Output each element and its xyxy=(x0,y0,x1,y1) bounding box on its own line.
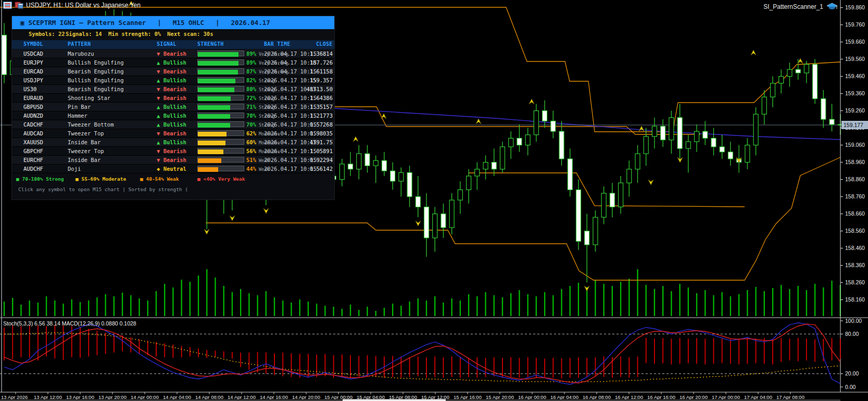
cell-symbol[interactable]: AUDCAD xyxy=(23,130,43,136)
scanner-row-GBPUSD[interactable]: GBPUSDPin Bar▲ Bullish71%Strong2026.04.1… xyxy=(12,103,334,111)
cell-symbol[interactable]: US30 xyxy=(23,86,36,92)
cell-signal: ▲ Bullish xyxy=(157,121,186,128)
legend-item-1: ■ 55-69% Moderate xyxy=(76,176,126,182)
cell-close: 0.92294 xyxy=(272,157,333,163)
cell-symbol[interactable]: AUDCHF xyxy=(23,166,43,172)
stat-signals: Signals: 14 xyxy=(66,31,102,37)
cell-signal: ▼ Bearish xyxy=(157,95,186,101)
sub-axis-tick: 80.00 xyxy=(845,331,859,337)
col-strength: STRENGTH xyxy=(197,41,224,47)
cell-symbol[interactable]: USDCAD xyxy=(23,51,43,57)
stat-min-strength: Min strength: 0% xyxy=(108,31,161,37)
col-close: CLOSE xyxy=(316,41,333,47)
cell-signal: ▲ Bullish xyxy=(157,112,186,119)
panel-timeframe: M15 OHLC xyxy=(173,19,204,27)
cell-symbol[interactable]: EURCAD xyxy=(23,68,43,74)
cell-symbol[interactable]: GBPCHF xyxy=(23,148,43,154)
scanner-row-CADCHF[interactable]: CADCHFTweezer Bottom▲ Bullish70%Strong20… xyxy=(12,120,334,129)
time-tick: 15 Apr 04:00 xyxy=(357,394,385,400)
scanner-row-USDCAD[interactable]: USDCADMarubozu▼ Bearish89%Very Strong202… xyxy=(12,49,334,58)
cell-symbol[interactable]: GBPUSD xyxy=(23,104,43,110)
sub-axis-tick: 20.00 xyxy=(845,370,859,377)
scanner-row-AUDNZD[interactable]: AUDNZDHammer▲ Bullish70%Strong2026.04.17… xyxy=(12,111,334,120)
cell-pattern: Tweezer Top xyxy=(68,130,104,136)
cell-strength-pct: 89% xyxy=(246,59,256,66)
ohlc-list-icon[interactable] xyxy=(3,2,12,9)
time-tick: 16 Apr 16:00 xyxy=(647,394,675,400)
price-tick: 159.460 xyxy=(845,73,865,79)
price-tick: 159.660 xyxy=(845,39,865,45)
strength-bar xyxy=(197,68,244,74)
time-tick: 15 Apr 00:00 xyxy=(324,394,353,400)
cell-close: 48713.50 xyxy=(272,86,333,92)
strength-legend: ■ 70-100% Strong■ 55-69% Moderate■ 40-54… xyxy=(12,175,334,183)
col-pattern: PATTERN xyxy=(68,41,91,47)
cell-pattern: Inside Bar xyxy=(68,157,100,163)
cell-symbol[interactable]: CADCHF xyxy=(23,121,43,128)
cell-close: 159.357 xyxy=(272,77,333,83)
legend-item-2: ■ 40-54% Weak xyxy=(140,176,179,182)
cell-signal: ▲ Bullish xyxy=(157,104,186,110)
cell-signal: ▲ Bullish xyxy=(157,77,186,83)
legend-item-3: ■ <40% Very Weak xyxy=(197,176,245,182)
scanner-row-USDJPY[interactable]: USDJPYBullish Engulfing▲ Bullish82%Stron… xyxy=(12,76,334,85)
scanner-row-AUDCHF[interactable]: AUDCHFDoji◆ Neutral44%Weak2026.04.17 10:… xyxy=(12,165,334,173)
table-column-header: SYMBOL PATTERN SIGNAL STRENGTH BAR TIME … xyxy=(12,40,334,49)
cell-pattern: Shooting Star xyxy=(68,95,110,101)
price-tick: 159.060 xyxy=(845,142,865,148)
scanner-row-GBPCHF[interactable]: GBPCHFTweezer Top▼ Bearish56%Moderate202… xyxy=(12,147,334,156)
cell-symbol[interactable]: AUDNZD xyxy=(23,112,43,119)
cell-pattern: Bearish Engulfing xyxy=(68,68,123,74)
cell-close: 1.36814 xyxy=(272,51,333,57)
col-bartime: BAR TIME xyxy=(264,41,291,47)
cell-close: 0.98035 xyxy=(272,130,333,136)
price-tick: 159.360 xyxy=(845,90,865,96)
strength-bar xyxy=(197,166,244,171)
panel-title: SCEPTRM IGNI — Pattern Scanner xyxy=(29,19,146,27)
price-tick: 158.460 xyxy=(845,245,865,251)
cell-signal: ▼ Bearish xyxy=(157,86,186,92)
strength-bar xyxy=(197,77,244,83)
col-symbol: SYMBOL xyxy=(23,41,43,47)
cell-signal: ◆ Neutral xyxy=(157,166,186,172)
cell-strength-pct: 89% xyxy=(246,51,256,57)
scanner-table-body: USDCADMarubozu▼ Bearish89%Very Strong202… xyxy=(12,49,334,173)
scanner-row-EURCHF[interactable]: EURCHFInside Bar▼ Bearish51%Weak2026.04.… xyxy=(12,156,334,165)
scanner-row-US30[interactable]: US30Bearish Engulfing▼ Bearish80%Strong2… xyxy=(12,85,334,94)
cell-close: 4791.75 xyxy=(272,139,333,145)
cell-close: 1.05891 xyxy=(272,148,333,154)
current-price-box: 159.177 xyxy=(844,122,863,128)
scanner-row-XAUUSD[interactable]: XAUUSDInside Bar▲ Bullish60%Moderate2026… xyxy=(12,138,334,147)
chart-window-icon[interactable] xyxy=(15,2,23,9)
cell-symbol[interactable]: EURCHF xyxy=(23,157,43,163)
scanner-row-EURAUD[interactable]: EURAUDShooting Star▼ Bearish72%Strong202… xyxy=(12,94,334,103)
cell-signal: ▲ Bullish xyxy=(157,139,186,145)
strength-bar xyxy=(197,104,244,109)
time-tick: 13 Apr 2026 xyxy=(1,394,28,400)
graduation-cap-icon[interactable] xyxy=(826,3,838,10)
time-tick: 14 Apr 04:00 xyxy=(163,394,191,400)
cell-symbol[interactable]: XAUUSD xyxy=(23,139,43,145)
chart-title-bar: USDJPY, H1: US Dollar vs Japanese Yen xyxy=(3,2,141,9)
indicator-name: SI_PatternScanner_1 xyxy=(763,3,823,10)
scanner-row-AUDCAD[interactable]: AUDCADTweezer Top▼ Bearish62%Moderate202… xyxy=(12,129,334,138)
price-tick: 158.160 xyxy=(845,296,865,303)
time-tick: 16 Apr 08:00 xyxy=(583,394,611,400)
strength-bar xyxy=(197,112,244,118)
time-tick: 13 Apr 16:00 xyxy=(66,394,94,400)
time-tick: 15 Apr 12:00 xyxy=(421,394,449,400)
pattern-scanner-panel[interactable]: ▣ SCEPTRM IGNI — Pattern Scanner | M15 O… xyxy=(11,16,335,200)
scanner-row-EURCAD[interactable]: EURCADBearish Engulfing▼ Bearish87%Very … xyxy=(12,67,334,76)
time-tick: 14 Apr 20:00 xyxy=(292,394,320,400)
cell-close: 1.21773 xyxy=(272,112,333,119)
cell-pattern: Bullish Engulfing xyxy=(68,59,123,66)
cell-strength-pct: 60% xyxy=(246,139,256,145)
cell-strength-pct: 72% xyxy=(246,95,256,101)
stat-next-scan: Next scan: 30s xyxy=(167,31,213,37)
cell-symbol[interactable]: EURJPY xyxy=(23,59,43,66)
panel-header[interactable]: ▣ SCEPTRM IGNI — Pattern Scanner | M15 O… xyxy=(12,16,334,29)
cell-symbol[interactable]: USDJPY xyxy=(23,77,43,83)
scanner-row-EURJPY[interactable]: EURJPYBullish Engulfing▲ Bullish89%Very … xyxy=(12,58,334,67)
cell-symbol[interactable]: EURAUD xyxy=(23,95,43,101)
cell-strength-pct: 87% xyxy=(246,68,256,74)
